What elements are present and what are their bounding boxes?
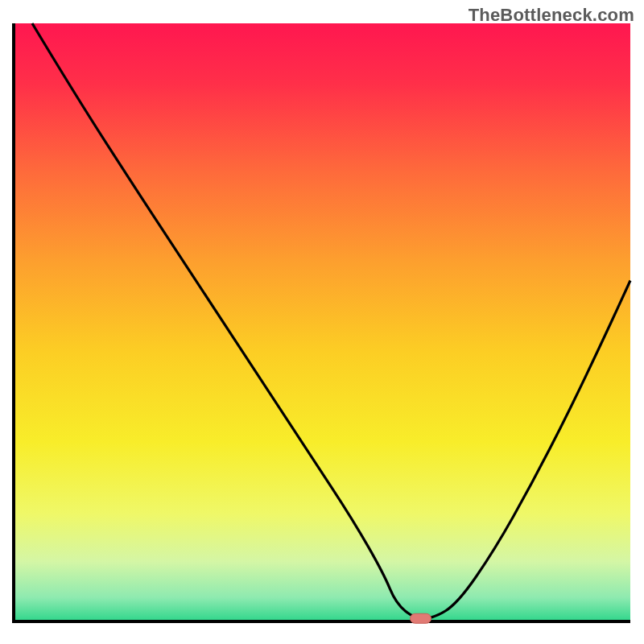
chart-container: { "watermark": "TheBottleneck.com", "col… — [0, 0, 644, 644]
gradient-background — [14, 23, 630, 621]
optimal-point-marker — [411, 613, 431, 623]
bottleneck-chart — [0, 0, 644, 644]
